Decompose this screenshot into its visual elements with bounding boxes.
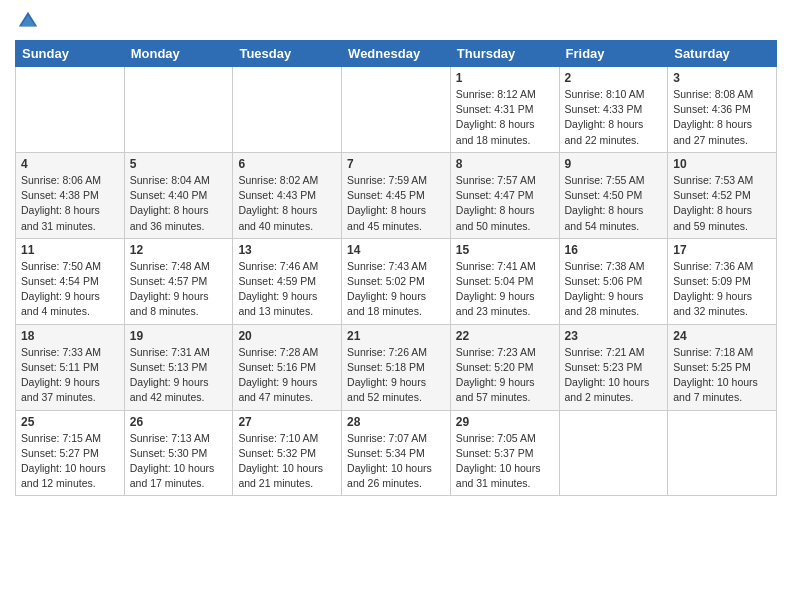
calendar-cell: 23Sunrise: 7:21 AM Sunset: 5:23 PM Dayli…	[559, 324, 668, 410]
calendar-week-row: 1Sunrise: 8:12 AM Sunset: 4:31 PM Daylig…	[16, 67, 777, 153]
day-number: 6	[238, 157, 336, 171]
page-header	[15, 10, 777, 32]
day-info: Sunrise: 7:53 AM Sunset: 4:52 PM Dayligh…	[673, 173, 771, 234]
calendar-cell: 25Sunrise: 7:15 AM Sunset: 5:27 PM Dayli…	[16, 410, 125, 496]
calendar-cell: 7Sunrise: 7:59 AM Sunset: 4:45 PM Daylig…	[342, 152, 451, 238]
day-info: Sunrise: 8:12 AM Sunset: 4:31 PM Dayligh…	[456, 87, 554, 148]
day-number: 20	[238, 329, 336, 343]
calendar-cell: 2Sunrise: 8:10 AM Sunset: 4:33 PM Daylig…	[559, 67, 668, 153]
day-number: 10	[673, 157, 771, 171]
day-info: Sunrise: 7:13 AM Sunset: 5:30 PM Dayligh…	[130, 431, 228, 492]
calendar-cell: 8Sunrise: 7:57 AM Sunset: 4:47 PM Daylig…	[450, 152, 559, 238]
day-info: Sunrise: 7:43 AM Sunset: 5:02 PM Dayligh…	[347, 259, 445, 320]
calendar-header-friday: Friday	[559, 41, 668, 67]
calendar-cell: 14Sunrise: 7:43 AM Sunset: 5:02 PM Dayli…	[342, 238, 451, 324]
day-info: Sunrise: 7:05 AM Sunset: 5:37 PM Dayligh…	[456, 431, 554, 492]
day-number: 22	[456, 329, 554, 343]
day-info: Sunrise: 7:18 AM Sunset: 5:25 PM Dayligh…	[673, 345, 771, 406]
calendar-cell: 13Sunrise: 7:46 AM Sunset: 4:59 PM Dayli…	[233, 238, 342, 324]
calendar-cell	[342, 67, 451, 153]
day-number: 24	[673, 329, 771, 343]
day-number: 8	[456, 157, 554, 171]
calendar-header-sunday: Sunday	[16, 41, 125, 67]
calendar-cell: 22Sunrise: 7:23 AM Sunset: 5:20 PM Dayli…	[450, 324, 559, 410]
day-number: 16	[565, 243, 663, 257]
logo-icon	[17, 10, 39, 32]
day-info: Sunrise: 8:06 AM Sunset: 4:38 PM Dayligh…	[21, 173, 119, 234]
calendar-cell: 10Sunrise: 7:53 AM Sunset: 4:52 PM Dayli…	[668, 152, 777, 238]
day-info: Sunrise: 7:55 AM Sunset: 4:50 PM Dayligh…	[565, 173, 663, 234]
calendar-cell: 24Sunrise: 7:18 AM Sunset: 5:25 PM Dayli…	[668, 324, 777, 410]
day-info: Sunrise: 7:57 AM Sunset: 4:47 PM Dayligh…	[456, 173, 554, 234]
calendar-cell: 28Sunrise: 7:07 AM Sunset: 5:34 PM Dayli…	[342, 410, 451, 496]
day-info: Sunrise: 7:38 AM Sunset: 5:06 PM Dayligh…	[565, 259, 663, 320]
calendar-table: SundayMondayTuesdayWednesdayThursdayFrid…	[15, 40, 777, 496]
day-number: 5	[130, 157, 228, 171]
day-number: 1	[456, 71, 554, 85]
calendar-cell	[668, 410, 777, 496]
day-info: Sunrise: 7:33 AM Sunset: 5:11 PM Dayligh…	[21, 345, 119, 406]
calendar-header-tuesday: Tuesday	[233, 41, 342, 67]
day-info: Sunrise: 7:21 AM Sunset: 5:23 PM Dayligh…	[565, 345, 663, 406]
day-info: Sunrise: 7:31 AM Sunset: 5:13 PM Dayligh…	[130, 345, 228, 406]
day-info: Sunrise: 7:23 AM Sunset: 5:20 PM Dayligh…	[456, 345, 554, 406]
day-info: Sunrise: 7:50 AM Sunset: 4:54 PM Dayligh…	[21, 259, 119, 320]
day-number: 11	[21, 243, 119, 257]
day-info: Sunrise: 7:48 AM Sunset: 4:57 PM Dayligh…	[130, 259, 228, 320]
calendar-cell: 3Sunrise: 8:08 AM Sunset: 4:36 PM Daylig…	[668, 67, 777, 153]
day-number: 23	[565, 329, 663, 343]
day-info: Sunrise: 7:41 AM Sunset: 5:04 PM Dayligh…	[456, 259, 554, 320]
calendar-header-wednesday: Wednesday	[342, 41, 451, 67]
day-info: Sunrise: 8:02 AM Sunset: 4:43 PM Dayligh…	[238, 173, 336, 234]
calendar-cell	[559, 410, 668, 496]
calendar-cell: 29Sunrise: 7:05 AM Sunset: 5:37 PM Dayli…	[450, 410, 559, 496]
day-info: Sunrise: 7:10 AM Sunset: 5:32 PM Dayligh…	[238, 431, 336, 492]
calendar-cell	[233, 67, 342, 153]
day-number: 15	[456, 243, 554, 257]
calendar-cell: 4Sunrise: 8:06 AM Sunset: 4:38 PM Daylig…	[16, 152, 125, 238]
day-number: 19	[130, 329, 228, 343]
day-info: Sunrise: 7:59 AM Sunset: 4:45 PM Dayligh…	[347, 173, 445, 234]
day-info: Sunrise: 7:15 AM Sunset: 5:27 PM Dayligh…	[21, 431, 119, 492]
day-info: Sunrise: 7:46 AM Sunset: 4:59 PM Dayligh…	[238, 259, 336, 320]
day-number: 25	[21, 415, 119, 429]
day-info: Sunrise: 8:10 AM Sunset: 4:33 PM Dayligh…	[565, 87, 663, 148]
calendar-header-saturday: Saturday	[668, 41, 777, 67]
day-number: 28	[347, 415, 445, 429]
day-number: 14	[347, 243, 445, 257]
calendar-week-row: 25Sunrise: 7:15 AM Sunset: 5:27 PM Dayli…	[16, 410, 777, 496]
calendar-cell: 11Sunrise: 7:50 AM Sunset: 4:54 PM Dayli…	[16, 238, 125, 324]
day-info: Sunrise: 7:36 AM Sunset: 5:09 PM Dayligh…	[673, 259, 771, 320]
calendar-cell: 19Sunrise: 7:31 AM Sunset: 5:13 PM Dayli…	[124, 324, 233, 410]
day-number: 9	[565, 157, 663, 171]
calendar-cell	[16, 67, 125, 153]
calendar-cell: 12Sunrise: 7:48 AM Sunset: 4:57 PM Dayli…	[124, 238, 233, 324]
calendar-header-thursday: Thursday	[450, 41, 559, 67]
day-info: Sunrise: 8:08 AM Sunset: 4:36 PM Dayligh…	[673, 87, 771, 148]
day-number: 26	[130, 415, 228, 429]
day-number: 27	[238, 415, 336, 429]
calendar-cell: 27Sunrise: 7:10 AM Sunset: 5:32 PM Dayli…	[233, 410, 342, 496]
day-number: 4	[21, 157, 119, 171]
calendar-cell: 21Sunrise: 7:26 AM Sunset: 5:18 PM Dayli…	[342, 324, 451, 410]
calendar-week-row: 18Sunrise: 7:33 AM Sunset: 5:11 PM Dayli…	[16, 324, 777, 410]
calendar-cell: 15Sunrise: 7:41 AM Sunset: 5:04 PM Dayli…	[450, 238, 559, 324]
day-number: 29	[456, 415, 554, 429]
day-info: Sunrise: 7:26 AM Sunset: 5:18 PM Dayligh…	[347, 345, 445, 406]
calendar-cell: 5Sunrise: 8:04 AM Sunset: 4:40 PM Daylig…	[124, 152, 233, 238]
day-number: 2	[565, 71, 663, 85]
calendar-cell: 17Sunrise: 7:36 AM Sunset: 5:09 PM Dayli…	[668, 238, 777, 324]
day-number: 13	[238, 243, 336, 257]
calendar-cell: 1Sunrise: 8:12 AM Sunset: 4:31 PM Daylig…	[450, 67, 559, 153]
calendar-header-row: SundayMondayTuesdayWednesdayThursdayFrid…	[16, 41, 777, 67]
calendar-header-monday: Monday	[124, 41, 233, 67]
calendar-cell: 16Sunrise: 7:38 AM Sunset: 5:06 PM Dayli…	[559, 238, 668, 324]
day-number: 7	[347, 157, 445, 171]
day-number: 3	[673, 71, 771, 85]
calendar-cell: 6Sunrise: 8:02 AM Sunset: 4:43 PM Daylig…	[233, 152, 342, 238]
calendar-week-row: 4Sunrise: 8:06 AM Sunset: 4:38 PM Daylig…	[16, 152, 777, 238]
logo	[15, 10, 39, 32]
calendar-cell: 9Sunrise: 7:55 AM Sunset: 4:50 PM Daylig…	[559, 152, 668, 238]
calendar-cell	[124, 67, 233, 153]
day-number: 12	[130, 243, 228, 257]
